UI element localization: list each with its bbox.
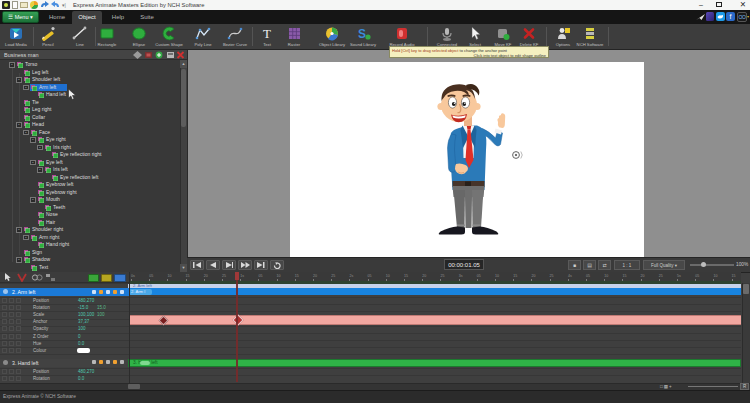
svg-text:S: S xyxy=(358,27,366,41)
svg-text:T: T xyxy=(263,26,271,41)
